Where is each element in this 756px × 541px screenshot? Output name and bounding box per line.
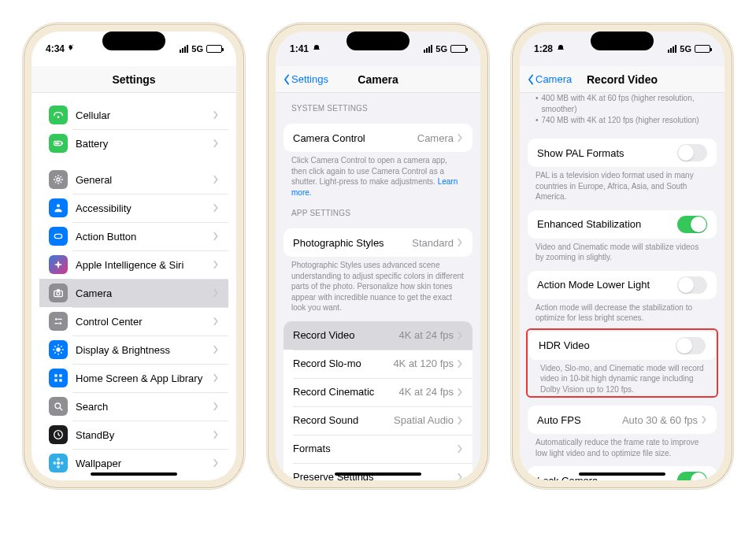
toggle[interactable]	[677, 472, 707, 480]
row-label: Formats	[293, 443, 457, 454]
chevron-right-icon	[213, 232, 219, 241]
row-label: Search	[76, 401, 213, 413]
network-label: 5G	[435, 44, 447, 54]
sun-icon	[49, 340, 68, 359]
section-footer: Video and Cinematic mode will stabilize …	[520, 239, 724, 263]
row-label: Record Cinematic	[293, 386, 399, 398]
back-button[interactable]: Camera	[526, 73, 572, 85]
row-general[interactable]: General	[39, 165, 228, 194]
row-label: StandBy	[76, 429, 213, 441]
row-camera[interactable]: Camera	[39, 279, 228, 307]
row-record-slomo[interactable]: Record Slo-mo4K at 120 fps	[284, 350, 472, 378]
settings-content[interactable]: CellularBattery GeneralAccessibilityActi…	[32, 93, 236, 480]
row-enhanced-stabilization[interactable]: Enhanced Stabilization	[528, 210, 717, 239]
page-title: Camera	[358, 73, 398, 86]
svg-point-22	[57, 458, 60, 461]
battery-icon	[49, 134, 68, 153]
toggle[interactable]	[677, 216, 707, 233]
row-label: Accessibility	[76, 202, 213, 214]
row-home-screen[interactable]: Home Screen & App Library	[39, 364, 228, 392]
svg-rect-11	[57, 319, 61, 320]
chevron-left-icon	[282, 74, 291, 85]
chevron-right-icon	[213, 175, 219, 184]
chevron-right-icon	[457, 359, 463, 369]
page-title: Record Video	[587, 73, 658, 86]
row-show-pal[interactable]: Show PAL Formats	[528, 139, 717, 167]
row-photographic-styles[interactable]: Photographic Styles Standard	[284, 228, 472, 257]
chevron-right-icon	[213, 430, 219, 439]
chevron-right-icon	[213, 373, 219, 383]
row-label: Record Sound	[293, 414, 394, 426]
button-icon	[49, 227, 68, 246]
row-label: Camera Control	[293, 132, 417, 144]
row-value: Camera	[417, 132, 454, 144]
dnd-icon	[556, 44, 565, 54]
row-battery[interactable]: Battery	[39, 129, 228, 157]
chevron-right-icon	[457, 416, 463, 425]
chevron-left-icon	[526, 74, 536, 85]
grid-icon	[49, 369, 68, 387]
row-camera-control[interactable]: Camera Control Camera	[284, 124, 472, 152]
svg-rect-6	[54, 234, 61, 238]
page-title: Settings	[112, 73, 155, 86]
chevron-right-icon	[457, 133, 463, 143]
row-preserve[interactable]: Preserve Settings	[284, 463, 472, 481]
row-action-mode-lower-light[interactable]: Action Mode Lower Light	[528, 271, 717, 299]
row-display[interactable]: Display & Brightness	[39, 335, 228, 364]
status-time: 4:34	[46, 43, 65, 54]
back-button[interactable]: Settings	[282, 73, 328, 85]
row-search[interactable]: Search	[39, 392, 228, 421]
row-label: Action Button	[76, 231, 213, 243]
row-action-button[interactable]: Action Button	[39, 222, 228, 250]
status-time: 1:41	[290, 43, 309, 54]
row-apple-intelligence[interactable]: Apple Intelligence & Siri	[39, 250, 228, 279]
row-label: Control Center	[76, 316, 213, 328]
chevron-right-icon	[457, 238, 463, 247]
status-time: 1:28	[534, 43, 553, 54]
row-record-sound[interactable]: Record SoundSpatial Audio	[284, 406, 472, 435]
chevron-right-icon	[213, 345, 219, 354]
hdr-highlight: HDR Video Video, Slo-mo, and Cinematic m…	[526, 328, 718, 398]
chevron-right-icon	[213, 458, 219, 468]
row-control-center[interactable]: Control Center	[39, 307, 228, 335]
home-indicator[interactable]	[91, 472, 177, 476]
home-indicator[interactable]	[579, 472, 665, 476]
battery-icon	[450, 45, 466, 53]
svg-rect-16	[59, 374, 61, 376]
toggle[interactable]	[677, 276, 707, 294]
row-auto-fps[interactable]: Auto FPS Auto 30 & 60 fps	[528, 406, 717, 434]
gear-icon	[49, 170, 68, 189]
flower-icon	[49, 454, 68, 472]
toggle[interactable]	[676, 337, 706, 354]
svg-rect-17	[54, 379, 57, 381]
row-cellular[interactable]: Cellular	[39, 101, 228, 129]
svg-point-5	[57, 204, 60, 207]
row-label: Battery	[76, 138, 213, 150]
section-footer: PAL is a television video format used in…	[520, 167, 724, 202]
svg-point-24	[53, 461, 56, 465]
row-formats[interactable]: Formats	[284, 435, 472, 463]
toggle[interactable]	[677, 144, 707, 161]
bullet-text: 400 MB with 4K at 60 fps (higher resolut…	[542, 93, 709, 115]
row-label: Show PAL Formats	[537, 147, 677, 159]
row-record-video[interactable]: Record Video4K at 24 fps	[284, 321, 472, 350]
antenna-icon	[49, 106, 68, 124]
chevron-right-icon	[213, 110, 219, 120]
row-label: Wallpaper	[76, 458, 213, 469]
row-value: Auto 30 & 60 fps	[622, 414, 698, 426]
row-standby[interactable]: StandBy	[39, 421, 228, 449]
dnd-icon	[312, 44, 321, 54]
person-icon	[49, 198, 68, 217]
chevron-right-icon	[213, 288, 219, 298]
phone-camera: 1:41 5G Settings Camera SYSTEM SETTINGS …	[268, 24, 488, 488]
notch	[591, 31, 654, 50]
row-hdr-video[interactable]: HDR Video	[529, 332, 715, 360]
svg-point-23	[57, 465, 60, 469]
row-accessibility[interactable]: Accessibility	[39, 194, 228, 222]
record-video-content[interactable]: •400 MB with 4K at 60 fps (higher resolu…	[520, 93, 724, 480]
row-record-cinematic[interactable]: Record Cinematic4K at 24 fps	[284, 378, 472, 406]
row-label: Cellular	[76, 109, 213, 121]
camera-content[interactable]: SYSTEM SETTINGS Camera Control Camera Cl…	[276, 93, 480, 480]
home-indicator[interactable]	[335, 472, 421, 476]
svg-point-21	[57, 461, 60, 465]
